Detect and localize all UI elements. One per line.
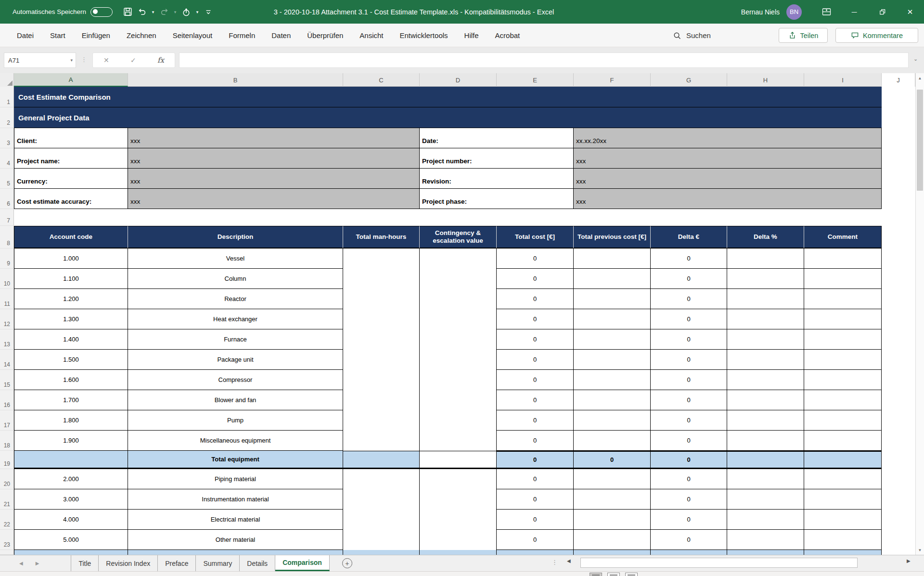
cell[interactable] [882,249,915,269]
cell-value[interactable]: xxx [574,189,882,209]
tab-entwicklertools[interactable]: Entwicklertools [392,24,456,47]
cell[interactable] [727,530,804,550]
cell-description[interactable]: Compressor [128,370,343,390]
column-header-d[interactable]: D [420,73,497,87]
cell[interactable] [574,469,651,489]
minimize-button[interactable]: ─ [840,0,868,24]
cell[interactable] [727,390,804,410]
share-button[interactable]: Teilen [779,28,828,43]
cell-total-cost[interactable]: 0 [497,469,574,489]
cell[interactable] [128,550,343,555]
cell[interactable] [420,550,497,555]
row-header[interactable]: 2 [0,107,14,128]
cell[interactable] [882,451,915,469]
cell-total-cost[interactable]: 0 [497,431,574,451]
cell-total-label[interactable]: Total equipment [128,451,343,469]
cell-label[interactable]: Project name: [14,148,128,169]
hscroll-left-icon[interactable]: ◀ [567,558,571,563]
name-box[interactable]: A71 ▾ [4,52,76,68]
ribbon-display-options-button[interactable] [812,0,840,24]
sheet-tab-revision-index[interactable]: Revision Index [99,555,158,571]
cell-account-code[interactable]: 1.100 [14,269,128,289]
cell[interactable] [882,390,915,410]
cell[interactable] [727,249,804,269]
table-header-cell[interactable]: Delta € [651,226,727,249]
tab-einfuegen[interactable]: Einfügen [74,24,118,47]
hscroll-thumb[interactable] [580,558,858,568]
cell-account-code[interactable]: 1.200 [14,289,128,309]
cell[interactable] [420,329,497,350]
cell[interactable] [882,226,915,249]
row-header[interactable]: 11 [0,289,14,309]
cell[interactable] [14,451,128,469]
name-box-dropdown-icon[interactable]: ▾ [70,58,73,63]
cell-delta[interactable]: 0 [651,410,727,431]
cell-label[interactable]: Cost estimate accuracy: [14,189,128,209]
cell[interactable] [343,530,420,550]
cell[interactable] [727,370,804,390]
cell-account-code[interactable]: 1.500 [14,350,128,370]
formula-bar-overflow-icon[interactable]: ⋮ [81,56,87,63]
cell-total-cost[interactable]: 0 [497,350,574,370]
cell[interactable] [727,451,804,469]
column-header-i[interactable]: I [804,73,882,87]
cell-label[interactable]: Project phase: [420,189,574,209]
cell-value[interactable]: xxx [128,169,420,189]
row-header[interactable]: 15 [0,370,14,390]
row-header[interactable]: 14 [0,350,14,370]
cell-delta[interactable]: 0 [651,249,727,269]
cell[interactable] [574,390,651,410]
cell[interactable] [420,410,497,431]
cell[interactable] [574,329,651,350]
tab-seitenlayout[interactable]: Seitenlayout [165,24,221,47]
cell[interactable] [882,289,915,309]
cell[interactable] [574,410,651,431]
sheet-tab-comparison[interactable]: Comparison [275,555,330,571]
cell-delta[interactable]: 0 [651,530,727,550]
cell-description[interactable]: Electrical material [128,510,343,530]
cell[interactable] [804,510,882,530]
expand-formula-bar-icon[interactable]: ⌄ [913,56,918,62]
cell[interactable] [804,269,882,289]
user-name[interactable]: Bernau Niels [741,8,780,16]
cell-description[interactable]: Furnace [128,329,343,350]
cell[interactable] [343,370,420,390]
cell[interactable] [727,550,804,555]
cell-description[interactable]: Reactor [128,289,343,309]
cell-value[interactable]: xxx [574,148,882,169]
cell-value[interactable]: xx.xx.20xx [574,128,882,148]
row-header[interactable]: 19 [0,451,14,469]
cell[interactable] [727,510,804,530]
cell-delta[interactable]: 0 [651,350,727,370]
cell-label[interactable]: Project number: [420,148,574,169]
customize-qat-button[interactable] [202,5,215,19]
cell-total-cost[interactable]: 0 [497,530,574,550]
cell-total-cost[interactable]: 0 [497,410,574,431]
cell[interactable] [882,148,915,169]
row-header[interactable]: 5 [0,169,14,189]
cell-total-cost[interactable]: 0 [497,451,574,469]
column-header-g[interactable]: G [651,73,727,87]
cell-account-code[interactable]: 1.400 [14,329,128,350]
cell[interactable] [804,431,882,451]
cell[interactable] [343,350,420,370]
row-header[interactable]: 16 [0,390,14,410]
table-header-cell[interactable]: Delta % [727,226,804,249]
avatar[interactable]: BN [786,4,802,20]
save-button[interactable] [121,5,134,19]
cell-description[interactable]: Miscellaneous equipment [128,431,343,451]
scroll-down-icon[interactable]: ▼ [916,545,924,555]
cell[interactable] [574,530,651,550]
cell[interactable] [574,249,651,269]
formula-input[interactable] [179,52,909,68]
cell[interactable] [727,309,804,329]
cell-account-code[interactable]: 1.600 [14,370,128,390]
cell[interactable] [420,431,497,451]
cell[interactable] [651,550,727,555]
cell-description[interactable]: Pump [128,410,343,431]
cell-description[interactable]: Blower and fan [128,390,343,410]
cell-label[interactable]: Revision: [420,169,574,189]
cell[interactable] [343,390,420,410]
row-header[interactable]: 21 [0,489,14,510]
cell-description[interactable]: Piping material [128,469,343,489]
